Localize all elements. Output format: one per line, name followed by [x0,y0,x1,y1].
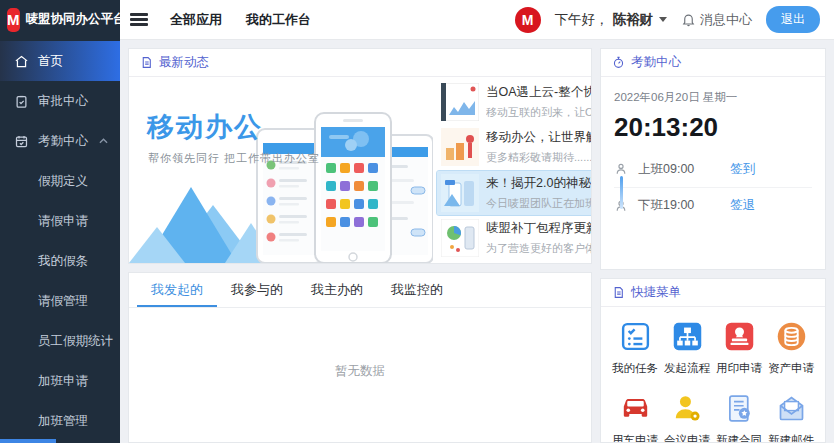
quick-item-meeting-request[interactable]: 会议申请 [661,392,713,443]
news-title: 来！揭开2.0的神秘面纱~ [486,175,591,192]
mail-icon [775,392,808,425]
banner-illustration [129,77,433,263]
chevron-down-icon [659,17,667,22]
news-desc: 更多精彩敬请期待....... [486,150,591,165]
sidebar-item-attendance-center[interactable]: 考勤中心 [0,121,120,161]
attendance-date: 2022年06月20日 星期一 [614,90,812,105]
empty-state-text: 暂无数据 [129,308,591,380]
nav-all-apps[interactable]: 全部应用 [170,11,222,29]
news-thumbnail [441,174,479,212]
brand-logo-icon: M [7,8,20,32]
sidebar-item-home[interactable]: 首页 [0,41,120,81]
sidebar-item-label: 请假申请 [38,213,88,230]
quick-menu-header: 快捷菜单 [601,279,825,307]
banner-headline: 移动办公 [147,109,263,145]
asset-icon [775,320,808,353]
news-item[interactable]: 当OA遇上云-整个协同OA 移动互联的到来，让OA与云 [437,80,591,124]
logout-button[interactable]: 退出 [766,6,820,33]
checkin-link[interactable]: 签到 [730,161,755,178]
sidebar-item-leave-request[interactable]: 请假申请 [0,201,120,241]
stamp-icon [723,320,756,353]
news-item[interactable]: 移动办公，让世界触手可 更多精彩敬请期待....... [437,125,591,169]
news-list: 当OA遇上云-整个协同OA 移动互联的到来，让OA与云 移动办公，让世界触手可 … [433,77,591,263]
quick-menu-panel: 快捷菜单 我的任务 发起流程 用印申请 资产申请 [600,278,826,443]
quick-item-label: 新建合同 [716,433,762,443]
user-avatar[interactable]: M [515,7,541,33]
quick-item-start-flow[interactable]: 发起流程 [661,320,713,376]
tab-hosted-by-me[interactable]: 我主办的 [297,273,377,307]
latest-news-panel: 最新动态 [128,48,592,264]
news-desc: 移动互联的到来，让OA与云 [486,105,591,120]
sidebar-item-label: 假期定义 [38,173,88,190]
sidebar-item-label: 员工假期统计 [38,333,113,350]
document-icon [140,56,153,69]
news-desc: 今日唛盟团队正在加班加点， [486,196,591,211]
menu-toggle-icon[interactable] [130,13,148,26]
sidebar-item-overtime-management[interactable]: 加班管理 [0,401,120,441]
attendance-rows: 上班09:00 签到 下班19:00 签退 [614,151,812,223]
bell-icon [681,12,696,27]
news-thumbnail [441,219,479,257]
news-carousel-banner[interactable]: 移动办公 帮你领先同行 把工作带出办公室 [129,77,433,263]
app-title: 唛盟协同办公平台 [26,11,126,28]
user-menu[interactable]: 下午好，陈裕财 [555,11,668,29]
my-tasks-panel: 我发起的 我参与的 我主办的 我监控的 暂无数据 [128,272,592,443]
chevron-up-icon [99,136,108,146]
sidebar-item-label: 请假管理 [38,293,88,310]
quick-item-label: 我的任务 [612,361,658,376]
attendance-clock: 20:13:20 [614,112,812,143]
news-item[interactable]: 唛盟补丁包程序更新 为了营造更好的客户体验，唛 [437,216,591,260]
quick-item-seal-request[interactable]: 用印申请 [713,320,765,376]
news-item-active[interactable]: 来！揭开2.0的神秘面纱~ 今日唛盟团队正在加班加点， [437,171,591,215]
tab-monitored-by-me[interactable]: 我监控的 [377,273,457,307]
message-center-label: 消息中心 [700,11,752,29]
sidebar-item-leave-management[interactable]: 请假管理 [0,281,120,321]
topbar-right: M 下午好，陈裕财 消息中心 退出 [515,6,834,33]
document-icon [612,286,625,299]
timeline-connector [620,176,623,209]
quick-item-asset-request[interactable]: 资产申请 [765,320,817,376]
username: 陈裕财 [613,11,654,29]
tab-participated-by-me[interactable]: 我参与的 [217,273,297,307]
sidebar-item-holiday-definition[interactable]: 假期定义 [0,161,120,201]
greeting-text: 下午好， [555,11,609,29]
car-icon [619,392,652,425]
attendance-header: 考勤中心 [601,49,825,77]
contract-icon [723,392,756,425]
top-nav: 全部应用 我的工作台 [170,11,311,29]
news-thumbnail [441,128,479,166]
nav-my-workspace[interactable]: 我的工作台 [246,11,311,29]
quick-item-vehicle-request[interactable]: 用车申请 [609,392,661,443]
message-center[interactable]: 消息中心 [681,11,752,29]
tasks-icon [619,320,652,353]
tab-initiated-by-me[interactable]: 我发起的 [137,273,217,307]
news-title: 唛盟补丁包程序更新 [486,220,591,237]
stopwatch-icon [612,56,625,69]
sidebar-item-approval-center[interactable]: 审批中心 [0,81,120,121]
sidebar-item-overtime-request[interactable]: 加班申请 [0,361,120,401]
sidebar-item-my-leave-slips[interactable]: 我的假条 [0,241,120,281]
banner-subline: 帮你领先同行 把工作带出办公室 [148,151,320,166]
quick-item-label: 会议申请 [664,433,710,443]
quick-item-label: 用车申请 [612,433,658,443]
quick-item-new-contract[interactable]: 新建合同 [713,392,765,443]
quick-item-my-tasks[interactable]: 我的任务 [609,320,661,376]
sidebar-scrollbar[interactable] [0,439,56,443]
sidebar-item-employee-holiday-stats[interactable]: 员工假期统计 [0,321,120,361]
checkin-row: 上班09:00 签到 [614,151,812,187]
news-thumbnail [441,83,479,121]
person-icon [614,199,638,213]
sidebar-item-label: 考勤中心 [38,133,88,150]
news-title: 移动办公，让世界触手可 [486,129,591,146]
sidebar-item-label: 首页 [38,53,63,70]
news-title: 当OA遇上云-整个协同OA [486,84,591,101]
checkout-row: 下班19:00 签退 [614,187,812,223]
sidebar-item-label: 我的假条 [38,253,88,270]
meeting-icon [671,392,704,425]
tasks-tabbar: 我发起的 我参与的 我主办的 我监控的 [129,273,591,308]
brand: M 唛盟协同办公平台 [0,0,120,40]
quick-item-new-mail[interactable]: 新建邮件 [765,392,817,443]
panel-title: 考勤中心 [631,54,681,71]
checkout-link[interactable]: 签退 [730,197,755,214]
latest-news-header: 最新动态 [129,49,591,77]
